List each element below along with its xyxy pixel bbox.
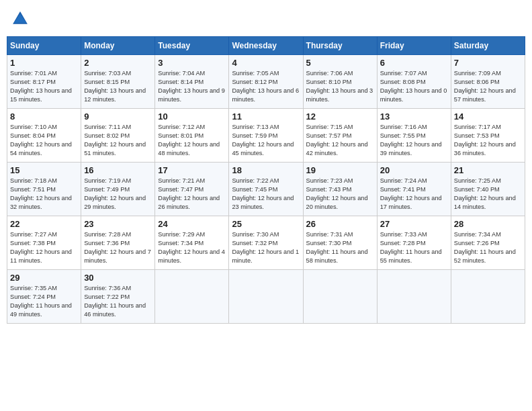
- day-info: Sunrise: 7:27 AMSunset: 7:38 PMDaylight:…: [10, 230, 78, 265]
- calendar-cell: 3Sunrise: 7:04 AMSunset: 8:14 PMDaylight…: [155, 55, 229, 109]
- day-info: Sunrise: 7:07 AMSunset: 8:08 PMDaylight:…: [380, 69, 448, 104]
- day-info: Sunrise: 7:03 AMSunset: 8:15 PMDaylight:…: [84, 69, 152, 104]
- calendar-cell: 16Sunrise: 7:19 AMSunset: 7:49 PMDayligh…: [81, 163, 155, 216]
- day-number: 10: [158, 111, 226, 122]
- day-number: 14: [454, 111, 522, 122]
- day-info: Sunrise: 7:13 AMSunset: 7:59 PMDaylight:…: [232, 123, 300, 158]
- week-row-2: 8Sunrise: 7:10 AMSunset: 8:04 PMDaylight…: [7, 109, 525, 163]
- calendar-cell: 15Sunrise: 7:18 AMSunset: 7:51 PMDayligh…: [7, 163, 81, 216]
- day-number: 16: [84, 165, 152, 175]
- day-number: 28: [454, 219, 522, 229]
- calendar-cell: 11Sunrise: 7:13 AMSunset: 7:59 PMDayligh…: [229, 109, 303, 163]
- day-number: 15: [10, 165, 78, 175]
- calendar-cell: 5Sunrise: 7:06 AMSunset: 8:10 PMDaylight…: [303, 55, 377, 109]
- week-row-4: 22Sunrise: 7:27 AMSunset: 7:38 PMDayligh…: [7, 216, 525, 270]
- day-number: 13: [380, 111, 448, 122]
- calendar-cell: 25Sunrise: 7:30 AMSunset: 7:32 PMDayligh…: [229, 216, 303, 270]
- day-info: Sunrise: 7:29 AMSunset: 7:34 PMDaylight:…: [158, 230, 226, 265]
- day-info: Sunrise: 7:16 AMSunset: 7:55 PMDaylight:…: [380, 123, 448, 158]
- calendar-cell: 27Sunrise: 7:33 AMSunset: 7:28 PMDayligh…: [377, 216, 451, 270]
- day-number: 17: [158, 165, 226, 175]
- calendar-cell: 17Sunrise: 7:21 AMSunset: 7:47 PMDayligh…: [155, 163, 229, 216]
- day-number: 9: [84, 111, 152, 122]
- day-info: Sunrise: 7:34 AMSunset: 7:26 PMDaylight:…: [454, 230, 522, 265]
- calendar-cell: 20Sunrise: 7:24 AMSunset: 7:41 PMDayligh…: [377, 163, 451, 216]
- calendar-cell: 18Sunrise: 7:22 AMSunset: 7:45 PMDayligh…: [229, 163, 303, 216]
- day-number: 8: [10, 111, 78, 122]
- day-info: Sunrise: 7:17 AMSunset: 7:53 PMDaylight:…: [454, 123, 522, 158]
- day-info: Sunrise: 7:23 AMSunset: 7:43 PMDaylight:…: [306, 177, 374, 212]
- day-number: 23: [84, 219, 152, 229]
- calendar-cell: 22Sunrise: 7:27 AMSunset: 7:38 PMDayligh…: [7, 216, 81, 270]
- week-row-3: 15Sunrise: 7:18 AMSunset: 7:51 PMDayligh…: [7, 163, 525, 216]
- day-info: Sunrise: 7:31 AMSunset: 7:30 PMDaylight:…: [306, 230, 374, 265]
- day-number: 20: [380, 165, 448, 175]
- day-number: 22: [10, 219, 78, 229]
- header-saturday: Saturday: [451, 37, 525, 55]
- day-number: 6: [380, 58, 448, 68]
- day-number: 26: [306, 219, 374, 229]
- day-info: Sunrise: 7:10 AMSunset: 8:04 PMDaylight:…: [10, 123, 78, 158]
- day-info: Sunrise: 7:25 AMSunset: 7:40 PMDaylight:…: [454, 177, 522, 212]
- header-thursday: Thursday: [303, 37, 377, 55]
- calendar-cell: 14Sunrise: 7:17 AMSunset: 7:53 PMDayligh…: [451, 109, 525, 163]
- day-number: 12: [306, 111, 374, 122]
- day-info: Sunrise: 7:24 AMSunset: 7:41 PMDaylight:…: [380, 177, 448, 212]
- calendar-cell: 1Sunrise: 7:01 AMSunset: 8:17 PMDaylight…: [7, 55, 81, 109]
- logo-icon: [11, 9, 30, 28]
- day-info: Sunrise: 7:22 AMSunset: 7:45 PMDaylight:…: [232, 177, 300, 212]
- day-info: Sunrise: 7:35 AMSunset: 7:24 PMDaylight:…: [10, 284, 78, 319]
- calendar-cell: 30Sunrise: 7:36 AMSunset: 7:22 PMDayligh…: [81, 270, 155, 324]
- logo: [11, 9, 32, 28]
- calendar-cell: 28Sunrise: 7:34 AMSunset: 7:26 PMDayligh…: [451, 216, 525, 270]
- header-tuesday: Tuesday: [155, 37, 229, 55]
- day-number: 11: [232, 111, 300, 122]
- calendar-cell: [229, 270, 303, 324]
- calendar-cell: 23Sunrise: 7:28 AMSunset: 7:36 PMDayligh…: [81, 216, 155, 270]
- calendar-cell: 10Sunrise: 7:12 AMSunset: 8:01 PMDayligh…: [155, 109, 229, 163]
- day-info: Sunrise: 7:19 AMSunset: 7:49 PMDaylight:…: [84, 177, 152, 212]
- calendar-cell: 24Sunrise: 7:29 AMSunset: 7:34 PMDayligh…: [155, 216, 229, 270]
- page-header: [7, 7, 525, 31]
- calendar-cell: [303, 270, 377, 324]
- day-info: Sunrise: 7:04 AMSunset: 8:14 PMDaylight:…: [158, 69, 226, 104]
- calendar-table: SundayMondayTuesdayWednesdayThursdayFrid…: [7, 36, 525, 324]
- day-number: 30: [84, 273, 152, 283]
- day-number: 27: [380, 219, 448, 229]
- day-number: 5: [306, 58, 374, 68]
- header-friday: Friday: [377, 37, 451, 55]
- week-row-5: 29Sunrise: 7:35 AMSunset: 7:24 PMDayligh…: [7, 270, 525, 324]
- day-number: 24: [158, 219, 226, 229]
- day-number: 4: [232, 58, 300, 68]
- calendar-cell: 13Sunrise: 7:16 AMSunset: 7:55 PMDayligh…: [377, 109, 451, 163]
- day-info: Sunrise: 7:09 AMSunset: 8:06 PMDaylight:…: [454, 69, 522, 104]
- day-info: Sunrise: 7:30 AMSunset: 7:32 PMDaylight:…: [232, 230, 300, 265]
- day-number: 25: [232, 219, 300, 229]
- day-info: Sunrise: 7:06 AMSunset: 8:10 PMDaylight:…: [306, 69, 374, 104]
- day-info: Sunrise: 7:01 AMSunset: 8:17 PMDaylight:…: [10, 69, 78, 104]
- header-row: SundayMondayTuesdayWednesdayThursdayFrid…: [7, 37, 525, 55]
- day-number: 1: [10, 58, 78, 68]
- day-info: Sunrise: 7:11 AMSunset: 8:02 PMDaylight:…: [84, 123, 152, 158]
- day-info: Sunrise: 7:05 AMSunset: 8:12 PMDaylight:…: [232, 69, 300, 104]
- day-number: 19: [306, 165, 374, 175]
- day-number: 2: [84, 58, 152, 68]
- day-number: 21: [454, 165, 522, 175]
- header-monday: Monday: [81, 37, 155, 55]
- day-number: 7: [454, 58, 522, 68]
- calendar-cell: 4Sunrise: 7:05 AMSunset: 8:12 PMDaylight…: [229, 55, 303, 109]
- header-wednesday: Wednesday: [229, 37, 303, 55]
- calendar-cell: 12Sunrise: 7:15 AMSunset: 7:57 PMDayligh…: [303, 109, 377, 163]
- calendar-cell: 9Sunrise: 7:11 AMSunset: 8:02 PMDaylight…: [81, 109, 155, 163]
- calendar-cell: 19Sunrise: 7:23 AMSunset: 7:43 PMDayligh…: [303, 163, 377, 216]
- day-info: Sunrise: 7:33 AMSunset: 7:28 PMDaylight:…: [380, 230, 448, 265]
- day-info: Sunrise: 7:28 AMSunset: 7:36 PMDaylight:…: [84, 230, 152, 265]
- calendar-cell: 29Sunrise: 7:35 AMSunset: 7:24 PMDayligh…: [7, 270, 81, 324]
- day-info: Sunrise: 7:12 AMSunset: 8:01 PMDaylight:…: [158, 123, 226, 158]
- calendar-cell: 7Sunrise: 7:09 AMSunset: 8:06 PMDaylight…: [451, 55, 525, 109]
- day-info: Sunrise: 7:15 AMSunset: 7:57 PMDaylight:…: [306, 123, 374, 158]
- calendar-cell: 26Sunrise: 7:31 AMSunset: 7:30 PMDayligh…: [303, 216, 377, 270]
- calendar-cell: 21Sunrise: 7:25 AMSunset: 7:40 PMDayligh…: [451, 163, 525, 216]
- calendar-cell: [451, 270, 525, 324]
- day-info: Sunrise: 7:36 AMSunset: 7:22 PMDaylight:…: [84, 284, 152, 319]
